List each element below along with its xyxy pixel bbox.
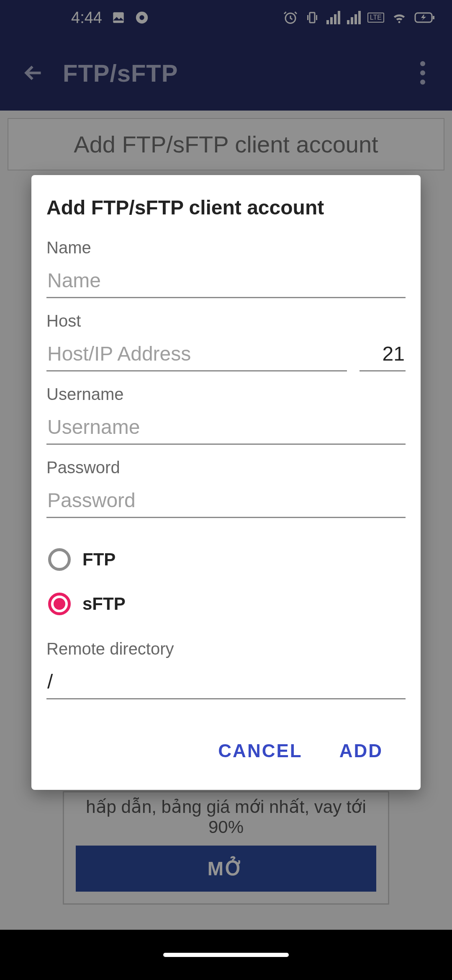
radio-checked-icon bbox=[48, 593, 71, 615]
radio-unchecked-icon bbox=[48, 548, 71, 571]
protocol-radio-group: FTP sFTP bbox=[46, 537, 406, 626]
radio-ftp-label: FTP bbox=[82, 549, 116, 570]
dialog-actions: CANCEL ADD bbox=[46, 729, 406, 781]
remote-dir-input[interactable] bbox=[46, 664, 406, 699]
password-input[interactable] bbox=[46, 483, 406, 518]
name-label: Name bbox=[46, 238, 406, 257]
radio-ftp[interactable]: FTP bbox=[46, 537, 406, 582]
remote-dir-label: Remote directory bbox=[46, 640, 406, 658]
host-input[interactable] bbox=[46, 336, 347, 371]
cancel-button[interactable]: CANCEL bbox=[208, 733, 312, 769]
password-label: Password bbox=[46, 458, 406, 477]
radio-sftp-label: sFTP bbox=[82, 594, 126, 614]
username-input[interactable] bbox=[46, 410, 406, 445]
port-input[interactable] bbox=[360, 336, 406, 371]
radio-sftp[interactable]: sFTP bbox=[46, 582, 406, 626]
add-button[interactable]: ADD bbox=[329, 733, 393, 769]
dialog-title: Add FTP/sFTP client account bbox=[46, 196, 406, 219]
username-label: Username bbox=[46, 385, 406, 404]
gesture-handle-icon[interactable] bbox=[163, 953, 289, 957]
host-label: Host bbox=[46, 312, 406, 330]
name-input[interactable] bbox=[46, 263, 406, 298]
navigation-bar bbox=[0, 930, 452, 980]
add-ftp-dialog: Add FTP/sFTP client account Name Host Us… bbox=[31, 175, 421, 790]
